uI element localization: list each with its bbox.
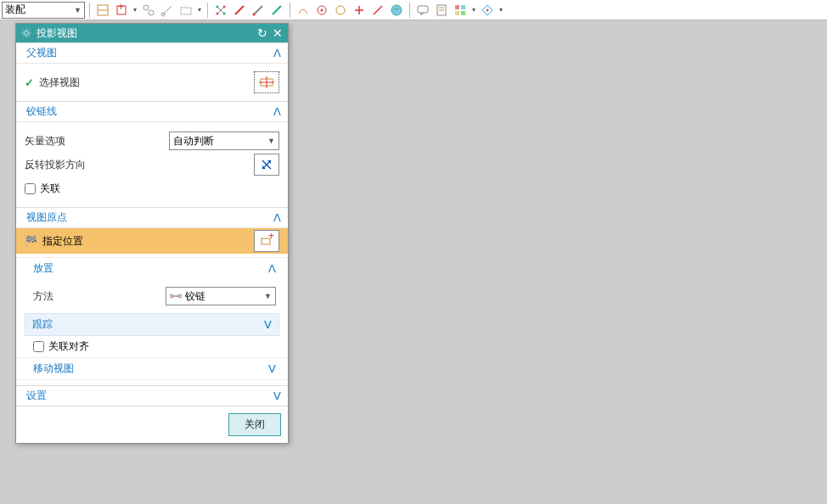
- swap-icon: [260, 158, 273, 171]
- section-origin-body: 🏁 指定位置 + 放置 ᐱ 方法 铰链: [16, 227, 288, 385]
- line-gray-icon[interactable]: [250, 2, 267, 19]
- chevron-up-icon: ᐱ: [273, 105, 281, 118]
- line-green-icon[interactable]: [268, 2, 285, 19]
- y-axis-line: [579, 301, 698, 302]
- green-arrow-icon: [579, 245, 634, 249]
- snap-points-icon[interactable]: [212, 2, 229, 19]
- dropdown-icon[interactable]: ▾: [196, 6, 203, 14]
- part-rect-top: [517, 189, 644, 238]
- svg-rect-30: [461, 5, 465, 9]
- svg-rect-29: [455, 5, 459, 9]
- svg-line-15: [254, 6, 262, 14]
- track-row[interactable]: 跟踪 ᐯ: [25, 313, 279, 336]
- z-axis-arrow-icon: [578, 186, 582, 247]
- svg-text:+: +: [118, 3, 124, 13]
- svg-text:+: +: [268, 233, 274, 242]
- placement-label: 放置: [33, 261, 53, 276]
- tool-icon-5[interactable]: [177, 2, 194, 19]
- section-header-label: 父视图: [26, 46, 57, 60]
- svg-point-5: [149, 10, 154, 15]
- close-button[interactable]: 关闭: [228, 413, 281, 436]
- z-axis-line: [579, 116, 581, 379]
- tool-icon-1[interactable]: [94, 2, 111, 19]
- chevron-down-icon: ▼: [74, 6, 82, 14]
- toolbar-combo[interactable]: 装配 ▼: [2, 2, 85, 19]
- chat-icon[interactable]: [414, 2, 431, 19]
- tool-icon-2[interactable]: +: [113, 2, 130, 19]
- dropdown-icon[interactable]: ▾: [132, 6, 138, 14]
- chevron-up-icon: ᐱ: [273, 47, 281, 59]
- arc-icon[interactable]: [295, 2, 312, 19]
- svg-point-34: [25, 31, 29, 36]
- line2-icon[interactable]: [369, 2, 386, 19]
- section-origin[interactable]: 视图原点 ᐱ: [16, 207, 288, 227]
- align-assoc-checkbox-input[interactable]: [33, 341, 44, 352]
- chevron-down-icon: ᐯ: [264, 318, 272, 331]
- part-rect-bottom: [517, 247, 644, 302]
- separator: [89, 3, 90, 18]
- chevron-down-icon: ᐯ: [268, 362, 276, 375]
- chevron-down-icon: ᐯ: [273, 389, 281, 402]
- y-axis-label: Y: [703, 294, 710, 305]
- svg-point-20: [336, 6, 345, 14]
- target-icon[interactable]: [313, 2, 330, 19]
- line-red-icon[interactable]: [231, 2, 248, 19]
- dropdown-icon[interactable]: ▾: [498, 6, 504, 14]
- specify-location-row[interactable]: 🏁 指定位置 +: [16, 228, 288, 254]
- placement-header[interactable]: 放置 ᐱ: [16, 257, 288, 279]
- section-parent-view[interactable]: 父视图 ᐱ: [16, 42, 288, 63]
- circle-icon[interactable]: [332, 2, 349, 19]
- svg-rect-31: [455, 11, 459, 15]
- view-frame[interactable]: [447, 111, 717, 380]
- svg-point-16: [253, 13, 256, 15]
- section-hinge[interactable]: 铰链线 ᐱ: [16, 101, 288, 121]
- plus-icon[interactable]: [351, 2, 368, 19]
- svg-point-24: [391, 5, 402, 15]
- select-view-label: 选择视图: [39, 76, 80, 90]
- move-view-header[interactable]: 移动视图 ᐯ: [16, 357, 288, 380]
- assoc-label: 关联: [40, 182, 60, 196]
- chevron-down-icon: ▼: [264, 292, 272, 300]
- toolbar-combo-label: 装配: [5, 3, 25, 17]
- specify-location-button[interactable]: +: [254, 230, 279, 252]
- svg-line-23: [374, 6, 382, 14]
- align-assoc-checkbox[interactable]: 关联对齐: [33, 339, 276, 354]
- svg-point-33: [487, 8, 489, 11]
- track-label: 跟踪: [32, 317, 53, 332]
- specify-location-label: 指定位置: [42, 234, 83, 249]
- refresh-icon[interactable]: ↻: [257, 26, 267, 40]
- projection-view-panel: 投影视图 ↻ ✕ 父视图 ᐱ ✓ 选择视图 铰链线 ᐱ 矢量选项 自动判断: [15, 23, 289, 444]
- svg-line-17: [273, 6, 281, 14]
- tool-icon-3[interactable]: [140, 2, 157, 19]
- chevron-up-icon: ᐱ: [268, 262, 276, 275]
- vector-option-combo[interactable]: 自动判断 ▼: [169, 132, 279, 150]
- doc-icon[interactable]: [433, 2, 450, 19]
- method-combo[interactable]: 铰链 ▼: [166, 287, 276, 305]
- separator: [409, 3, 410, 18]
- panel-title: 投影视图: [37, 26, 77, 41]
- section-header-label: 设置: [26, 389, 47, 403]
- check-icon: ✓: [25, 76, 34, 89]
- svg-point-19: [321, 8, 323, 11]
- flag-icon: 🏁: [25, 235, 37, 247]
- grid-icon[interactable]: [452, 2, 469, 19]
- separator: [207, 3, 208, 18]
- combo-value: 自动判断: [173, 134, 214, 148]
- tool-icon-4[interactable]: [159, 2, 176, 19]
- diamond-icon[interactable]: [479, 2, 496, 19]
- section-settings[interactable]: 设置 ᐯ: [16, 385, 288, 406]
- globe-icon[interactable]: [388, 2, 405, 19]
- reverse-button[interactable]: [254, 154, 279, 176]
- dropdown-icon[interactable]: ▾: [470, 6, 477, 14]
- close-icon[interactable]: ✕: [273, 26, 283, 40]
- gear-icon: [21, 28, 31, 38]
- separator: [290, 3, 290, 18]
- select-view-button[interactable]: [254, 71, 279, 93]
- hinge-icon: [170, 290, 182, 302]
- panel-header[interactable]: 投影视图 ↻ ✕: [16, 24, 288, 42]
- origin-marker: x: [576, 297, 581, 307]
- assoc-checkbox-input[interactable]: [25, 183, 36, 194]
- assoc-checkbox[interactable]: 关联: [25, 182, 60, 196]
- section-header-label: 铰链线: [26, 104, 57, 119]
- svg-rect-7: [181, 8, 191, 14]
